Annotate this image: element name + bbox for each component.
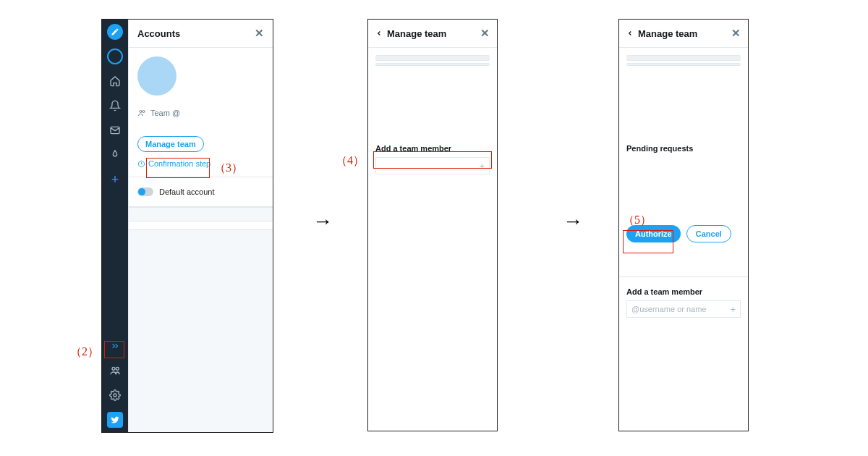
tweetdeck-window: + Accounts ✕ Team @ — [101, 19, 273, 433]
notifications-icon[interactable] — [107, 98, 123, 114]
twitter-logo-icon — [107, 412, 123, 428]
manage-team-button[interactable]: Manage team — [137, 136, 204, 152]
manage-team-title: Manage team — [638, 28, 697, 39]
add-column-icon[interactable]: + — [107, 172, 123, 187]
callout-2: （2） — [70, 345, 99, 360]
home-icon[interactable] — [107, 73, 123, 89]
arrow-icon: → — [312, 210, 333, 233]
callout-4-box — [373, 151, 492, 169]
settings-icon[interactable] — [107, 387, 123, 403]
add-member-placeholder: @username or name — [631, 305, 707, 313]
accounts-panel: Accounts ✕ Team @ Manage team Confirmati… — [128, 20, 273, 432]
sidebar: + — [102, 20, 128, 432]
close-icon[interactable]: ✕ — [255, 27, 264, 40]
add-member-input[interactable]: @username or name + — [626, 300, 741, 318]
clock-icon — [137, 160, 145, 168]
svg-point-4 — [140, 111, 142, 113]
spacer — [129, 207, 273, 221]
manage-team-title: Manage team — [387, 28, 446, 39]
spacer — [129, 221, 273, 230]
manage-team-header: Manage team ✕ — [368, 20, 497, 48]
team-label-row: Team @ — [137, 109, 264, 117]
accounts-header: Accounts ✕ — [129, 20, 273, 48]
callout-5: （5） — [623, 213, 652, 228]
back-button[interactable]: Manage team — [626, 28, 697, 39]
arrow-icon: → — [563, 210, 583, 233]
messages-icon[interactable] — [107, 122, 123, 138]
callout-5-box — [623, 230, 673, 253]
svg-point-2 — [116, 367, 119, 370]
callout-3: （3） — [214, 161, 243, 176]
default-account-toggle[interactable] — [137, 187, 153, 196]
back-button[interactable]: Manage team — [375, 28, 446, 39]
close-icon[interactable]: ✕ — [731, 27, 741, 40]
team-icon — [137, 109, 146, 117]
accounts-icon[interactable] — [107, 363, 123, 379]
activity-icon[interactable] — [107, 147, 123, 163]
placeholder-row — [375, 55, 490, 61]
pending-requests-label: Pending requests — [619, 144, 748, 153]
callout-2-box — [104, 341, 124, 358]
add-member-plus-icon[interactable]: + — [730, 304, 736, 315]
team-label: Team @ — [150, 109, 180, 117]
default-account-label: Default account — [159, 187, 214, 196]
add-member-label: Add a team member — [619, 287, 748, 296]
cancel-button[interactable]: Cancel — [686, 225, 731, 242]
callout-3-box — [146, 158, 210, 178]
svg-point-5 — [142, 111, 145, 113]
svg-point-3 — [114, 394, 116, 397]
callout-4: （4） — [336, 153, 365, 169]
search-icon[interactable] — [107, 48, 123, 64]
svg-point-1 — [112, 367, 115, 370]
chevron-left-icon — [375, 30, 383, 37]
placeholder-row — [626, 55, 741, 61]
accounts-title: Accounts — [137, 28, 180, 39]
manage-team-panel-step4: Manage team ✕ Add a team member + — [367, 19, 498, 431]
avatar[interactable] — [137, 56, 176, 96]
chevron-left-icon — [626, 30, 634, 37]
compose-button[interactable] — [107, 24, 123, 40]
default-account-row: Default account — [129, 177, 273, 207]
manage-team-header: Manage team ✕ — [619, 20, 748, 48]
close-icon[interactable]: ✕ — [480, 27, 490, 40]
